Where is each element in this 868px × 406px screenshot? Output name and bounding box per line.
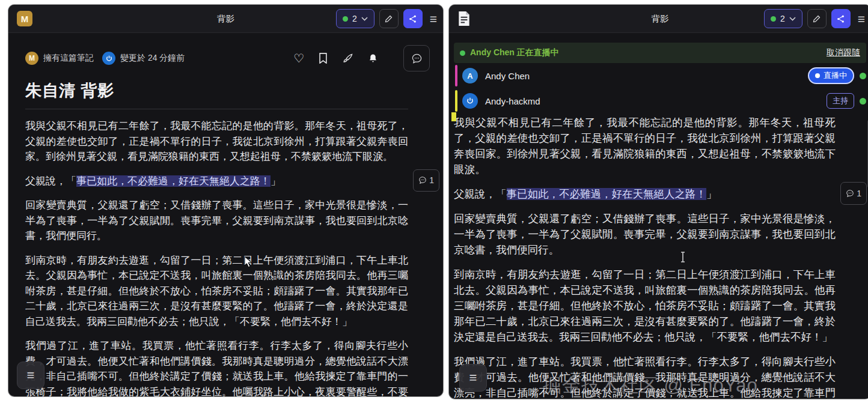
share-nodes-icon bbox=[408, 14, 417, 23]
unfollow-link[interactable]: 取消跟隨 bbox=[827, 47, 860, 58]
owner-avatar[interactable]: M bbox=[25, 52, 38, 65]
inline-comment-badge[interactable]: 1 bbox=[840, 182, 867, 205]
titlebar: 背影 2 ≡ bbox=[449, 5, 868, 33]
title-divider bbox=[25, 109, 408, 109]
quote-suffix: 」 bbox=[270, 175, 281, 187]
updated-label: 變更於 24 分鐘前 bbox=[120, 53, 185, 64]
online-count: 2 bbox=[780, 14, 785, 23]
note-window-right: 背影 2 ≡ Andy Chen 正在直播中 取消跟隨 A Andy Chen bbox=[449, 5, 868, 399]
avatar: A bbox=[462, 68, 478, 83]
paragraph-quote: 父親說，「事已如此，不必難過，好在天無絕人之路！」 1 bbox=[454, 186, 836, 202]
presence-dot-icon bbox=[860, 73, 866, 79]
floating-menu-button[interactable]: ≡ bbox=[459, 364, 487, 392]
paragraph: 到南京時，有朋友約去遊逛，勾留了一日；第二日上午便須渡江到浦口，下午上車北去。父… bbox=[25, 253, 408, 330]
share-button[interactable] bbox=[831, 9, 851, 28]
chevron-down-icon bbox=[789, 17, 796, 21]
inline-comment-badge[interactable]: 1 bbox=[413, 169, 439, 192]
broadcast-dot-icon bbox=[460, 50, 465, 56]
user-name: Andy Chen bbox=[485, 71, 530, 81]
user-row[interactable]: A Andy Chen 直播中 bbox=[454, 63, 868, 88]
live-dot-icon bbox=[815, 73, 820, 78]
document-icon[interactable] bbox=[457, 11, 471, 26]
user-color-bar bbox=[455, 65, 457, 86]
user-name: Andy-hackmd bbox=[485, 96, 540, 106]
document-title: 朱自清 背影 bbox=[25, 80, 408, 102]
like-button[interactable]: ♡ bbox=[293, 51, 304, 65]
user-row[interactable]: Andy-hackmd 主持 bbox=[454, 88, 868, 114]
highlighted-quote[interactable]: 事已如此，不必難過，好在天無絕人之路！ bbox=[507, 188, 707, 200]
pencil-icon bbox=[812, 14, 821, 23]
comment-bubble-icon bbox=[411, 53, 423, 64]
watermark: 掘金技术社区 @ EnoYao bbox=[543, 373, 758, 398]
titlebar: M 背影 2 ≡ bbox=[8, 5, 443, 33]
remote-cursor-caret bbox=[451, 112, 456, 121]
live-badge[interactable]: 直播中 bbox=[808, 67, 854, 84]
online-count: 2 bbox=[352, 14, 357, 23]
comment-bubble-icon bbox=[846, 189, 854, 198]
menu-button[interactable]: ≡ bbox=[430, 13, 437, 25]
live-badge-label: 直播中 bbox=[824, 70, 847, 81]
online-dot-icon bbox=[343, 16, 348, 22]
pencil-icon bbox=[384, 14, 393, 23]
mouse-cursor-icon bbox=[243, 256, 253, 268]
share-button[interactable] bbox=[403, 9, 423, 28]
document-view: 朱自清 背影 我與父親不相見已有二年餘了，我最不能忘記的是他的背影。那年冬天，祖… bbox=[8, 80, 443, 396]
paragraph: 我們過了江，進了車站。我買票，他忙著照看行李。行李太多了，得向腳夫行些小費，才可… bbox=[25, 338, 408, 396]
power-icon bbox=[105, 55, 113, 62]
workspace-logo[interactable]: M bbox=[17, 11, 32, 26]
online-user-list: A Andy Chen 直播中 Andy-hackmd 主持 bbox=[454, 63, 868, 114]
user-color-bar bbox=[455, 90, 457, 112]
brush-icon[interactable] bbox=[342, 53, 353, 64]
paragraph: 我與父親不相見已有二年餘了，我最不能忘記的是他的背影。那年冬天，祖母死了，父親的… bbox=[454, 115, 836, 177]
document-view: 我與父親不相見已有二年餘了，我最不能忘記的是他的背影。那年冬天，祖母死了，父親的… bbox=[449, 115, 868, 399]
share-nodes-icon bbox=[836, 14, 845, 23]
editor-avatar[interactable] bbox=[102, 52, 115, 65]
bell-icon[interactable] bbox=[368, 53, 378, 64]
comment-count: 1 bbox=[429, 173, 434, 189]
paragraph: 到南京時，有朋友約去遊逛，勾留了一日；第二日上午便須渡江到浦口，下午上車北去。父… bbox=[454, 267, 836, 345]
owner-label: 擁有這篇筆記 bbox=[43, 53, 94, 64]
online-users-dropdown[interactable]: 2 bbox=[336, 9, 374, 28]
highlighted-quote[interactable]: 事已如此，不必難過，好在天無絕人之路！ bbox=[76, 175, 270, 187]
broadcast-banner: Andy Chen 正在直播中 取消跟隨 bbox=[454, 43, 866, 63]
comments-panel-button[interactable] bbox=[403, 45, 430, 71]
quote-prefix: 父親說，「 bbox=[25, 175, 76, 187]
host-badge: 主持 bbox=[827, 93, 854, 109]
paragraph: 回家變賣典質，父親還了虧空；又借錢辦了喪事。這些日子，家中光景很是慘淡，一半為了… bbox=[454, 211, 836, 258]
quote-suffix: 」 bbox=[706, 188, 717, 200]
bookmark-icon[interactable] bbox=[319, 53, 328, 64]
comment-count: 1 bbox=[857, 186, 861, 201]
power-icon bbox=[466, 97, 474, 105]
online-users-dropdown[interactable]: 2 bbox=[764, 9, 802, 28]
broadcast-label: Andy Chen 正在直播中 bbox=[470, 47, 559, 58]
text-cursor-icon bbox=[680, 252, 686, 262]
comment-bubble-icon bbox=[418, 176, 427, 184]
note-meta-row: M 擁有這篇筆記 變更於 24 分鐘前 ♡ bbox=[25, 45, 430, 71]
chevron-down-icon bbox=[361, 17, 368, 21]
avatar bbox=[462, 93, 478, 109]
paragraph-quote: 父親說，「事已如此，不必難過，好在天無絕人之路！」 1 bbox=[25, 174, 408, 189]
edit-button[interactable] bbox=[379, 9, 399, 28]
paragraph: 我與父親不相見已有二年餘了，我最不能忘記的是他的背影。那年冬天，祖母死了，父親的… bbox=[25, 118, 408, 165]
quote-prefix: 父親說，「 bbox=[454, 188, 507, 200]
online-dot-icon bbox=[771, 16, 776, 22]
paragraph: 回家變賣典質，父親還了虧空；又借錢辦了喪事。這些日子，家中光景很是慘淡，一半為了… bbox=[25, 198, 408, 244]
note-window-left: M 背影 2 ≡ M 擁有這篇筆記 變更於 24 分鐘前 ♡ bbox=[8, 5, 443, 396]
floating-menu-button[interactable]: ≡ bbox=[17, 362, 44, 389]
menu-button[interactable]: ≡ bbox=[858, 13, 865, 25]
edit-button[interactable] bbox=[807, 9, 827, 28]
presence-dot-icon bbox=[860, 98, 866, 105]
